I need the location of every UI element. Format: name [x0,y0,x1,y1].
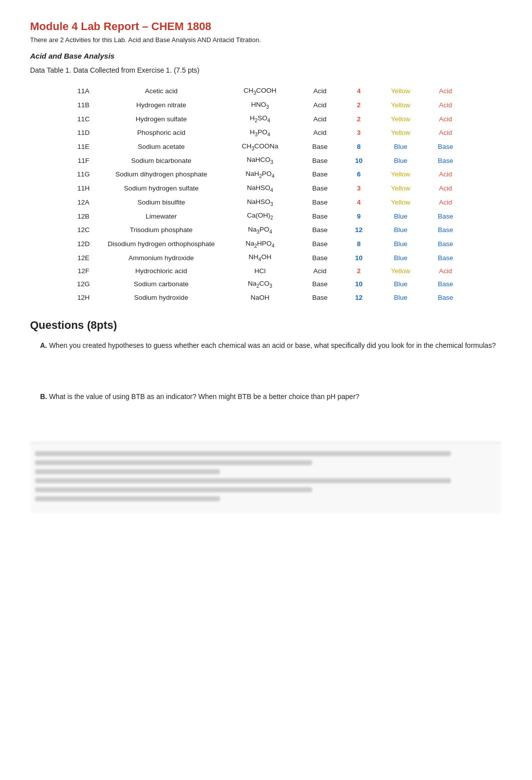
table-row: 11FSodium bicarbonateNaHCO3Base10BlueBas… [66,153,467,167]
row-color: Blue [377,277,425,291]
row-formula: NH4OH [221,251,299,265]
row-formula: NaOH [221,291,299,304]
row-formula: NaHSO3 [221,196,299,210]
row-formula: HNO3 [221,98,299,112]
table-row: 12GSodium carbonateNa2CO3Base10BlueBase [66,277,467,291]
row-id: 12A [66,196,102,210]
row-type: Acid [299,126,341,140]
row-color: Yellow [377,112,425,126]
row-result: Base [425,291,467,304]
row-ph: 10 [341,153,377,167]
row-color: Blue [377,153,425,167]
table-row: 11CHydrogen sulfateH2SO4Acid2YellowAcid [66,112,467,126]
row-type: Base [299,209,341,223]
row-formula: NaHCO3 [221,153,299,167]
row-ph: 12 [341,223,377,237]
row-formula: H3PO4 [221,126,299,140]
row-name: Sodium bicarbonate [101,153,221,167]
row-name: Trisodium phosphate [101,223,221,237]
table-row: 12HSodium hydroxideNaOHBase12BlueBase [66,291,467,304]
row-name: Sodium acetate [101,140,221,154]
row-name: Sodium dihydrogen phosphate [101,167,221,181]
row-formula: HCl [221,265,299,277]
row-result: Base [425,237,467,251]
table-row: 11BHydrogen nitrateHNO3Acid2YellowAcid [66,98,467,112]
row-result: Acid [425,167,467,181]
row-ph: 4 [341,84,377,98]
row-formula: NaH2PO4 [221,167,299,181]
page-title: Module 4 Lab Report – CHEM 1808 [30,20,502,33]
row-ph: 2 [341,265,377,277]
row-color: Yellow [377,167,425,181]
row-name: Sodium carbonate [101,277,221,291]
row-color: Yellow [377,265,425,277]
row-id: 12D [66,237,102,251]
row-name: Sodium hydroxide [101,291,221,304]
row-id: 12B [66,209,102,223]
row-name: Limewater [101,209,221,223]
row-result: Base [425,251,467,265]
table-row: 12FHydrochloric acidHClAcid2YellowAcid [66,265,467,277]
row-color: Blue [377,140,425,154]
row-id: 11F [66,153,102,167]
row-color: Blue [377,223,425,237]
row-id: 11A [66,84,102,98]
row-id: 12F [66,265,102,277]
row-result: Base [425,140,467,154]
section-title: Acid and Base Analysis [30,52,502,60]
row-formula: Na3PO4 [221,223,299,237]
row-name: Hydrochloric acid [101,265,221,277]
row-type: Acid [299,112,341,126]
row-name: Disodium hydrogen orthophosphate [101,237,221,251]
row-result: Base [425,153,467,167]
table-row: 11AAcetic acidCH3COOHAcid4YellowAcid [66,84,467,98]
row-type: Base [299,181,341,196]
row-type: Base [299,277,341,291]
row-ph: 9 [341,209,377,223]
row-id: 11G [66,167,102,181]
row-type: Acid [299,84,341,98]
row-formula: H2SO4 [221,112,299,126]
row-ph: 6 [341,167,377,181]
question-item-b: B. What is the value of using BTB as an … [30,391,502,402]
row-ph: 2 [341,112,377,126]
row-id: 11B [66,98,102,112]
question-item-a: A. When you created hypotheses to guess … [30,340,502,351]
row-name: Sodium bisulfite [101,196,221,210]
row-color: Yellow [377,181,425,196]
table-row: 11HSodium hydrogen sulfateNaHSO4Base3Yel… [66,181,467,196]
questions-title: Questions (8pts) [30,319,502,332]
table-row: 12ASodium bisulfiteNaHSO3Base4YellowAcid [66,196,467,210]
row-result: Acid [425,181,467,196]
row-result: Acid [425,112,467,126]
row-color: Blue [377,291,425,304]
row-result: Acid [425,84,467,98]
row-type: Base [299,196,341,210]
row-type: Acid [299,265,341,277]
row-type: Acid [299,98,341,112]
row-color: Blue [377,209,425,223]
row-id: 12E [66,251,102,265]
row-ph: 10 [341,251,377,265]
row-name: Hydrogen sulfate [101,112,221,126]
row-formula: CH3COONa [221,140,299,154]
row-type: Base [299,251,341,265]
row-color: Yellow [377,126,425,140]
row-name: Acetic acid [101,84,221,98]
blurred-section [30,442,502,513]
row-result: Acid [425,196,467,210]
row-id: 12C [66,223,102,237]
table-row: 11DPhosphoric acidH3PO4Acid3YellowAcid [66,126,467,140]
row-type: Base [299,140,341,154]
row-ph: 12 [341,291,377,304]
row-type: Base [299,291,341,304]
row-ph: 3 [341,181,377,196]
row-formula: Na2CO3 [221,277,299,291]
row-name: Hydrogen nitrate [101,98,221,112]
row-formula: NaHSO4 [221,181,299,196]
question-text: A. When you created hypotheses to guess … [40,340,502,351]
row-id: 11E [66,140,102,154]
row-id: 11H [66,181,102,196]
row-ph: 2 [341,98,377,112]
row-name: Sodium hydrogen sulfate [101,181,221,196]
